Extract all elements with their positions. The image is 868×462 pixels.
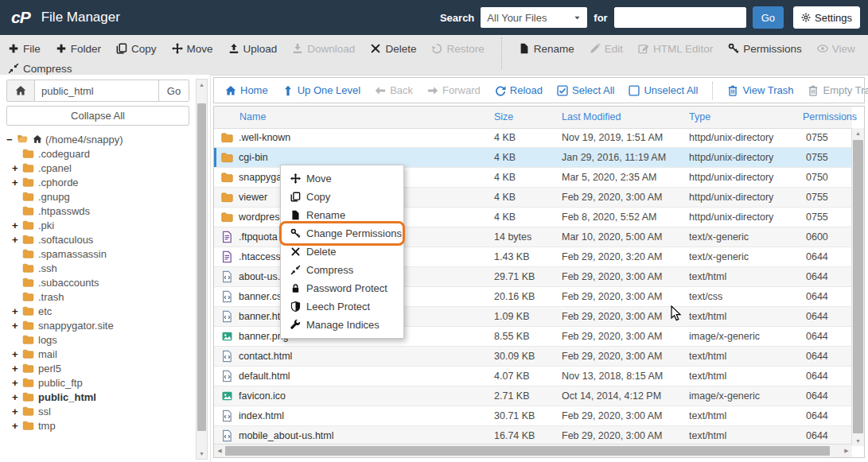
expand-icon[interactable]: + xyxy=(12,177,22,188)
toolbar-compress[interactable]: Compress xyxy=(8,63,72,75)
table-row-favicon-ico[interactable]: favicon.ico2.71 KBOct 14, 2014, 4:12 PMi… xyxy=(214,386,852,406)
context-menu-item-manage-indices[interactable]: Manage Indices xyxy=(281,316,403,334)
context-menu-label: Compress xyxy=(306,264,353,276)
toolbar-upload[interactable]: Upload xyxy=(228,43,278,55)
path-input[interactable] xyxy=(35,80,159,102)
expand-icon[interactable]: + xyxy=(12,348,22,360)
column-header-type[interactable]: Type xyxy=(686,107,801,128)
expand-icon[interactable]: + xyxy=(12,305,22,317)
table-row-contact-html[interactable]: contact.html30.09 KBFeb 29, 2020, 3:00 A… xyxy=(214,347,852,367)
nav-up-one-level[interactable]: Up One Level xyxy=(282,84,361,96)
path-go-button[interactable]: Go xyxy=(159,80,189,102)
scroll-up-icon[interactable]: ▲ xyxy=(852,128,864,138)
file-type: text/x-generic xyxy=(686,227,801,247)
tree-item-public-ftp[interactable]: +public_ftp xyxy=(0,375,191,390)
tree-item-cphorde[interactable]: +.cphorde xyxy=(0,175,191,189)
tree-item-mail[interactable]: +mail xyxy=(0,347,191,361)
context-menu-item-leech-protect[interactable]: Leech Protect xyxy=(281,297,403,316)
tree-item-spamassassin[interactable]: .spamassassin xyxy=(0,247,191,261)
table-vscroll-thumb[interactable] xyxy=(853,140,863,433)
toolbar-move[interactable]: Move xyxy=(172,43,213,55)
column-header-name[interactable]: Name xyxy=(214,107,491,128)
tree-item-htpasswds[interactable]: .htpasswds xyxy=(0,204,191,218)
context-menu-item-change-permissions[interactable]: Change Permissions xyxy=(281,224,403,243)
column-header-permissions[interactable]: Permissions xyxy=(801,107,857,128)
sidebar-scrollbar[interactable]: ▲ ▼ xyxy=(196,79,208,460)
expand-icon[interactable]: + xyxy=(12,320,22,332)
checkbox-checked-icon xyxy=(557,85,568,96)
toolbar-delete[interactable]: Delete xyxy=(370,43,416,55)
tree-item-codeguard[interactable]: .codeguard xyxy=(0,146,191,161)
context-menu-item-rename[interactable]: Rename xyxy=(281,206,403,224)
nav-unselect-all[interactable]: Unselect All xyxy=(629,84,698,96)
table-vertical-scrollbar[interactable]: ▲ ▼ xyxy=(851,128,864,446)
context-menu-label: Delete xyxy=(306,246,337,258)
tree-item-gnupg[interactable]: .gnupg xyxy=(0,189,191,204)
toolbar-rename[interactable]: Rename xyxy=(519,43,574,55)
nav-view-trash[interactable]: View Trash xyxy=(727,84,793,96)
scroll-down-icon[interactable]: ▼ xyxy=(852,436,864,446)
table-row-default-html[interactable]: default.html4.07 KBNov 13, 2018, 8:15 AM… xyxy=(214,367,852,386)
tree-item-cpanel[interactable]: +.cpanel xyxy=(0,161,191,175)
settings-button[interactable]: Settings xyxy=(793,6,860,29)
table-hscroll-thumb[interactable] xyxy=(225,446,830,456)
scroll-down-icon[interactable]: ▼ xyxy=(197,448,207,459)
expand-icon[interactable]: + xyxy=(12,162,22,174)
expand-icon[interactable]: + xyxy=(12,420,22,432)
plus-icon xyxy=(8,43,19,54)
toolbar-copy[interactable]: Copy xyxy=(116,43,157,55)
scroll-left-icon[interactable]: ◀ xyxy=(214,445,225,457)
nav-home[interactable]: Home xyxy=(225,84,268,96)
tree-item-home4-snappy[interactable]: −(/home4/snappy) xyxy=(0,132,191,146)
search-go-button[interactable]: Go xyxy=(753,6,784,29)
sidebar-scroll-thumb[interactable] xyxy=(197,103,206,431)
tree-item-public-html[interactable]: +public_html xyxy=(0,390,191,404)
expand-icon[interactable]: + xyxy=(12,234,22,246)
expand-icon[interactable]: + xyxy=(12,219,22,231)
toolbar-file[interactable]: File xyxy=(8,43,41,55)
context-menu-item-copy[interactable]: Copy xyxy=(281,188,403,206)
toolbar-permissions[interactable]: Permissions xyxy=(728,43,802,55)
context-menu-item-password-protect[interactable]: Password Protect xyxy=(281,279,403,297)
tree-item-etc[interactable]: +etc xyxy=(0,304,191,318)
tree-item-trash[interactable]: .trash xyxy=(0,289,191,304)
context-menu-item-move[interactable]: Move xyxy=(281,169,403,188)
tree-item-tmp[interactable]: +tmp xyxy=(0,418,191,433)
expand-icon[interactable]: + xyxy=(12,377,22,389)
expand-icon[interactable]: + xyxy=(12,363,22,375)
tree-item-ssl[interactable]: +ssl xyxy=(0,404,191,418)
scroll-right-icon[interactable]: ▶ xyxy=(841,445,852,457)
table-horizontal-scrollbar[interactable]: ◀ ▶ xyxy=(214,444,852,457)
nav-select-all[interactable]: Select All xyxy=(557,84,614,96)
toolbar-label: Copy xyxy=(131,43,157,55)
tree-item-label: logs xyxy=(38,334,57,346)
collapse-icon[interactable]: − xyxy=(6,134,17,146)
expand-icon[interactable]: + xyxy=(12,406,22,417)
tree-item-perl5[interactable]: +perl5 xyxy=(0,361,191,375)
expand-icon[interactable]: + xyxy=(12,391,22,403)
tree-item-label: (/home4/snappy) xyxy=(45,134,123,146)
context-menu-item-compress[interactable]: Compress xyxy=(281,261,403,279)
home-path-button[interactable] xyxy=(6,80,35,102)
search-input[interactable] xyxy=(614,7,746,28)
table-row-index-html[interactable]: index.html30.71 KBFeb 29, 2020, 3:00 AMt… xyxy=(214,406,852,426)
tree-item-subaccounts[interactable]: .subaccounts xyxy=(0,275,191,289)
scroll-up-icon[interactable]: ▲ xyxy=(197,80,207,90)
search-scope-select[interactable]: All Your Files xyxy=(481,7,587,28)
nav-reload[interactable]: Reload xyxy=(495,84,543,96)
tree-item-snappygator-site[interactable]: +snappygator.site xyxy=(0,318,191,332)
column-header-size[interactable]: Size xyxy=(491,107,559,128)
file-modified: Feb 29, 2020, 3:00 AM xyxy=(559,307,686,326)
column-header-last-modified[interactable]: Last Modified xyxy=(559,107,686,128)
tree-item-ssh[interactable]: .ssh xyxy=(0,261,191,275)
tree-item-logs[interactable]: logs xyxy=(0,332,191,347)
tree-item-pki[interactable]: +.pki xyxy=(0,218,191,232)
table-row-well-known[interactable]: .well-known4 KBNov 19, 2019, 1:51 AMhttp… xyxy=(214,128,852,148)
context-menu-item-delete[interactable]: Delete xyxy=(281,243,403,261)
nav-empty-trash[interactable]: Empty Trash xyxy=(808,84,868,96)
toolbar-folder[interactable]: Folder xyxy=(56,43,101,55)
tree-item-softaculous[interactable]: +.softaculous xyxy=(0,232,191,247)
collapse-all-button[interactable]: Collapse All xyxy=(6,106,189,126)
file-type: image/x-generic xyxy=(686,386,801,406)
chevron-down-icon xyxy=(574,14,581,21)
